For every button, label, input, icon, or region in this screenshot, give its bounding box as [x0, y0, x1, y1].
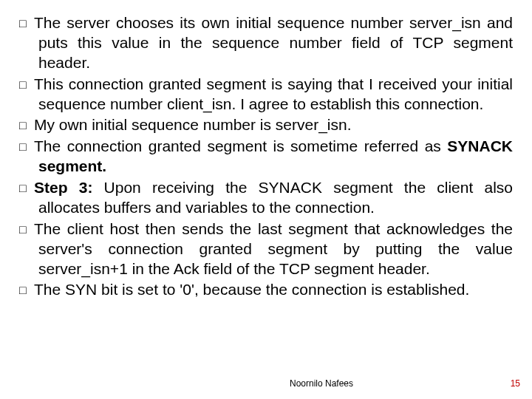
bullet-text: The SYN bit is set to '0', because the c…	[34, 281, 469, 298]
bullet-text-post: Upon receiving the SYNACK segment the cl…	[38, 179, 513, 216]
footer-author: Noornilo Nafees	[111, 378, 532, 389]
bullet-item: □ Step 3: Upon receiving the SYNACK segm…	[19, 178, 513, 218]
bullet-text-pre: The connection granted segment is someti…	[34, 137, 447, 154]
square-bullet-icon: □	[19, 140, 34, 154]
bullet-item: □ The server chooses its own initial seq…	[19, 13, 513, 73]
square-bullet-icon: □	[19, 118, 34, 133]
slide: □ The server chooses its own initial seq…	[0, 0, 532, 399]
bullet-item: □ My own initial sequence number is serv…	[19, 115, 513, 135]
square-bullet-icon: □	[19, 181, 34, 196]
bullet-text: My own initial sequence number is server…	[34, 116, 352, 133]
bullet-item: □ The connection granted segment is some…	[19, 137, 513, 177]
slide-body: □ The server chooses its own initial seq…	[19, 13, 513, 300]
square-bullet-icon: □	[19, 16, 34, 31]
bullet-item: □ The SYN bit is set to '0', because the…	[19, 280, 513, 300]
square-bullet-icon: □	[19, 283, 34, 298]
bullet-text-bold: Step 3:	[34, 179, 92, 196]
footer-page-number: 15	[511, 378, 520, 389]
square-bullet-icon: □	[19, 78, 34, 92]
bullet-text: The server chooses its own initial seque…	[34, 14, 513, 71]
bullet-text: This connection granted segment is sayin…	[34, 75, 513, 112]
bullet-text: The client host then sends the last segm…	[34, 220, 513, 277]
bullet-item: □ The client host then sends the last se…	[19, 219, 513, 279]
bullet-item: □ This connection granted segment is say…	[19, 75, 513, 115]
square-bullet-icon: □	[19, 222, 34, 237]
